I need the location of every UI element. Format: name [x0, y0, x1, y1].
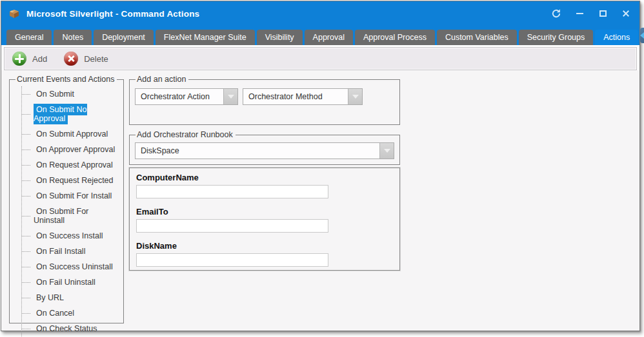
tree-item-on-submit-approval[interactable]: On Submit Approval	[22, 126, 118, 142]
delete-button-label: Delete	[84, 54, 108, 64]
refresh-icon[interactable]	[549, 6, 563, 21]
events-tree: On Submit On Submit No Approval On Submi…	[21, 86, 118, 336]
delete-x-icon	[64, 52, 78, 66]
diskname-label: DiskName	[136, 241, 393, 251]
emailto-label: EmailTo	[136, 207, 393, 217]
action-config-column: Add an action Orchestrator Action Orches…	[129, 75, 400, 271]
tree-item-on-submit-for-install[interactable]: On Submit For Install	[22, 188, 118, 204]
app-window: Microsoft Silverlight - Command Actions …	[1, 1, 640, 331]
minimize-icon	[576, 13, 583, 14]
computername-field-group: ComputerName	[136, 173, 393, 198]
tree-item-on-cancel[interactable]: On Cancel	[22, 305, 118, 321]
runbook-dropdown[interactable]: DiskSpace	[135, 142, 394, 159]
emailto-field-group: EmailTo	[136, 207, 393, 233]
tree-item-on-submit-for-uninstall[interactable]: On Submit For Uninstall	[22, 204, 118, 228]
minimize-button[interactable]	[572, 6, 587, 21]
tree-item-on-submit-no-approval[interactable]: On Submit No Approval	[22, 102, 118, 126]
tab-flexnet-manager-suite[interactable]: FlexNet Manager Suite	[156, 30, 255, 46]
emailto-input[interactable]	[136, 219, 328, 233]
action-combo-row: Orchestrator Action Orchestrator Method	[135, 88, 394, 105]
tab-approval-process[interactable]: Approval Process	[355, 30, 435, 46]
runbook-panel: Add Orchestrator Runbook DiskSpace	[129, 130, 400, 165]
events-panel: Current Events and Actions On Submit On …	[9, 75, 124, 323]
window-controls	[549, 6, 633, 21]
chevron-down-icon[interactable]	[348, 89, 362, 104]
diskname-field-group: DiskName	[136, 241, 393, 267]
close-button[interactable]	[619, 6, 633, 21]
package-icon	[8, 8, 21, 19]
orchestrator-action-dropdown[interactable]: Orchestrator Action	[135, 88, 238, 105]
tab-actions[interactable]: Actions	[595, 30, 638, 46]
tab-general[interactable]: General	[6, 30, 52, 46]
add-button-label: Add	[32, 54, 47, 64]
window-title: Microsoft Silverlight - Command Actions	[26, 9, 199, 19]
toolbar: Add Delete	[4, 47, 637, 70]
scroll-left-icon[interactable]	[640, 32, 644, 39]
add-plus-icon	[12, 52, 26, 66]
tab-visibility[interactable]: Visibility	[257, 30, 303, 46]
tree-item-on-success-install[interactable]: On Success Install	[22, 228, 118, 244]
main-content: Current Events and Actions On Submit On …	[1, 70, 639, 331]
orchestrator-action-value: Orchestrator Action	[136, 92, 223, 101]
maximize-icon	[599, 10, 607, 17]
tab-notes[interactable]: Notes	[54, 30, 92, 46]
tree-item-on-fail-uninstall[interactable]: On Fail Uninstall	[22, 274, 118, 290]
runbook-panel-title: Add Orchestrator Runbook	[136, 130, 236, 139]
orchestrator-method-dropdown[interactable]: Orchestrator Method	[243, 88, 363, 105]
events-panel-title: Current Events and Actions	[15, 75, 117, 84]
chevron-down-icon[interactable]	[379, 143, 394, 159]
add-button[interactable]: Add	[12, 52, 47, 66]
tab-bar: General Notes Deployment FlexNet Manager…	[1, 26, 639, 45]
add-action-panel-title: Add an action	[136, 75, 188, 84]
tab-security-groups[interactable]: Security Groups	[519, 30, 594, 46]
tree-item-on-submit[interactable]: On Submit	[22, 86, 118, 102]
tab-scroll-control	[640, 28, 644, 43]
tree-item-on-fail-install[interactable]: On Fail Install	[22, 244, 118, 259]
orchestrator-method-value: Orchestrator Method	[243, 92, 348, 101]
runbook-parameters-panel: ComputerName EmailTo DiskName	[129, 168, 400, 271]
close-icon	[622, 10, 630, 17]
maximize-button[interactable]	[596, 6, 610, 21]
tree-item-on-success-uninstall[interactable]: On Success Uninstall	[22, 259, 118, 274]
tree-item-on-request-rejected[interactable]: On Request Rejected	[22, 173, 118, 188]
tree-item-on-check-status[interactable]: On Check Status	[22, 321, 118, 336]
delete-button[interactable]: Delete	[64, 52, 108, 66]
toolbar-band: Add Delete	[1, 45, 639, 70]
tab-custom-variables[interactable]: Custom Variables	[437, 30, 517, 46]
chevron-down-icon[interactable]	[223, 89, 237, 104]
computername-input[interactable]	[136, 185, 328, 198]
tab-deployment[interactable]: Deployment	[94, 30, 154, 46]
computername-label: ComputerName	[136, 173, 393, 182]
diskname-input[interactable]	[136, 253, 328, 267]
tab-approval[interactable]: Approval	[305, 30, 353, 46]
add-action-panel: Add an action Orchestrator Action Orches…	[129, 75, 400, 125]
runbook-value: DiskSpace	[136, 146, 379, 155]
title-bar: Microsoft Silverlight - Command Actions	[1, 1, 639, 26]
tree-item-on-approver-approval[interactable]: On Approver Approval	[22, 142, 118, 157]
tree-item-by-url[interactable]: By URL	[22, 290, 118, 305]
tree-item-on-request-approval[interactable]: On Request Approval	[22, 157, 118, 173]
